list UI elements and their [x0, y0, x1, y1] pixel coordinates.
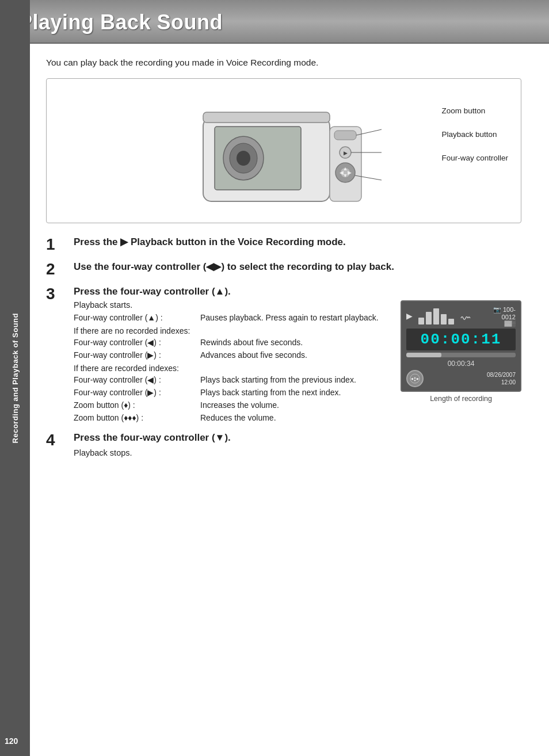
pb-bar-1 [418, 318, 424, 324]
playback-screen: ▶ [401, 300, 521, 392]
sidebar-label: Recording and Playback of Sound [11, 313, 20, 443]
step-1-content: Press the ▶ Playback button in the Voice… [74, 236, 521, 251]
pb-bar-5 [448, 319, 454, 324]
four-way-controller-label: Four-way controller [441, 154, 508, 162]
detail-val: Plays back starting from the next index. [200, 387, 390, 399]
svg-rect-4 [334, 131, 356, 140]
page-number: 120 [5, 736, 18, 746]
pb-nav-circle: ▲ ▼ ◀ ▶ [406, 370, 424, 387]
detail-key: Four-way controller (▶) : [74, 349, 200, 361]
step-3-title: Press the four-way controller (▲). [74, 285, 521, 298]
header-bar: Playing Back Sound [0, 0, 549, 44]
svg-text:◀: ◀ [340, 170, 344, 175]
step-4-number: 4 [46, 432, 64, 449]
svg-text:▶: ▶ [417, 377, 419, 380]
page-title: Playing Back Sound [18, 10, 223, 34]
step3-detail-line: Four-way controller (◀) :Rewinds about f… [74, 337, 390, 349]
step-3-details: Playback starts.Four-way controller (▲) … [74, 300, 390, 425]
detail-val: Increases the volume. [200, 399, 390, 411]
step-3-row: Playback starts.Four-way controller (▲) … [74, 300, 521, 425]
svg-text:▼: ▼ [414, 379, 417, 382]
pb-sound-bars [418, 307, 471, 324]
step3-plain-text: Playback starts. [74, 300, 390, 310]
svg-text:▶: ▶ [348, 170, 352, 175]
step3-detail-line: Zoom button (♦) :Increases the volume. [74, 399, 390, 411]
step3-section-note: If there are no recorded indexes: [74, 326, 390, 335]
step-4-body: Playback stops. [74, 446, 521, 459]
playback-button-label: Playback button [441, 130, 508, 139]
step-2-title: Use the four-way controller (◀▶) to sele… [74, 261, 521, 273]
pb-bar-4 [441, 314, 447, 324]
sidebar: Recording and Playback of Sound 120 [0, 0, 30, 756]
camera-diagram-box: ▶ ▲ ▼ ◀ ▶ [46, 78, 521, 223]
detail-key: Four-way controller (◀) : [74, 374, 200, 386]
detail-key: Four-way controller (▲) : [74, 312, 200, 324]
svg-point-15 [237, 151, 250, 166]
pb-bar-2 [426, 312, 432, 324]
pb-file-info: 📷 100-0012 ▓▓░ [481, 306, 516, 326]
step3-detail-line: Four-way controller (▶) :Plays back star… [74, 387, 390, 399]
pb-file-icon: 📷 100-0012 [481, 306, 516, 320]
pb-battery: ▓▓░ [481, 320, 516, 326]
detail-key: Four-way controller (▶) : [74, 387, 200, 399]
detail-key: Zoom button (♦) : [74, 399, 200, 411]
length-label: Length of recording [401, 395, 521, 403]
pb-progress-bar [406, 353, 516, 357]
step-4-content: Press the four-way controller (▼). Playb… [74, 432, 521, 460]
pb-current-time: 00:00:11 [406, 329, 516, 350]
sound-wave-icon [458, 312, 471, 324]
step3-section-note: If there are recorded indexes: [74, 364, 390, 373]
step3-detail-line: Four-way controller (▲) :Pauses playback… [74, 312, 390, 324]
step-1: 1 Press the ▶ Playback button in the Voi… [46, 236, 521, 254]
step3-detail-line: Four-way controller (◀) :Plays back star… [74, 374, 390, 386]
step-3-content: Press the four-way controller (▲). Playb… [74, 285, 521, 425]
detail-key: Four-way controller (◀) : [74, 337, 200, 349]
pb-bottom-row: ▲ ▼ ◀ ▶ 08/26/2007 12:00 [406, 370, 516, 387]
detail-val: Rewinds about five seconds. [200, 337, 390, 349]
step-2-number: 2 [46, 261, 64, 278]
step-2: 2 Use the four-way controller (◀▶) to se… [46, 261, 521, 278]
zoom-button-label: Zoom button [441, 106, 508, 115]
pb-play-icon: ▶ [406, 311, 413, 320]
svg-text:▶: ▶ [344, 150, 348, 156]
pb-top-row: ▶ [406, 306, 516, 326]
detail-val: Pauses playback. Press again to restart … [200, 312, 390, 324]
step3-detail-line: Zoom button (♦♦♦) :Reduces the volume. [74, 412, 390, 424]
detail-val: Reduces the volume. [200, 412, 390, 424]
intro-text: You can play back the recording you made… [46, 58, 521, 68]
main-content: You can play back the recording you made… [0, 44, 549, 480]
detail-key: Zoom button (♦♦♦) : [74, 412, 200, 424]
step-1-number: 1 [46, 236, 64, 254]
pb-bar-3 [433, 308, 439, 324]
detail-val: Advances about five seconds. [200, 349, 390, 361]
detail-val: Plays back starting from the previous in… [200, 374, 390, 386]
step3-detail-line: Four-way controller (▶) :Advances about … [74, 349, 390, 361]
camera-illustration: ▶ ▲ ▼ ◀ ▶ [186, 95, 382, 210]
step-3-number: 3 [46, 285, 64, 303]
step-3: 3 Press the four-way controller (▲). Pla… [46, 285, 521, 425]
pb-total-time: 00:00:34 [406, 360, 516, 368]
step-2-content: Use the four-way controller (◀▶) to sele… [74, 261, 521, 276]
svg-text:◀: ◀ [411, 377, 413, 380]
pb-progress-fill [406, 353, 441, 357]
step-4: 4 Press the four-way controller (▼). Pla… [46, 432, 521, 460]
step-4-title: Press the four-way controller (▼). [74, 432, 521, 444]
steps: 1 Press the ▶ Playback button in the Voi… [46, 236, 521, 459]
pb-datetime: 08/26/2007 12:00 [487, 371, 516, 386]
camera-diagram: ▶ ▲ ▼ ◀ ▶ [54, 89, 514, 216]
playback-screen-wrap: ▶ [401, 300, 521, 403]
svg-rect-2 [203, 112, 330, 123]
step-1-title: Press the ▶ Playback button in the Voice… [74, 236, 521, 249]
